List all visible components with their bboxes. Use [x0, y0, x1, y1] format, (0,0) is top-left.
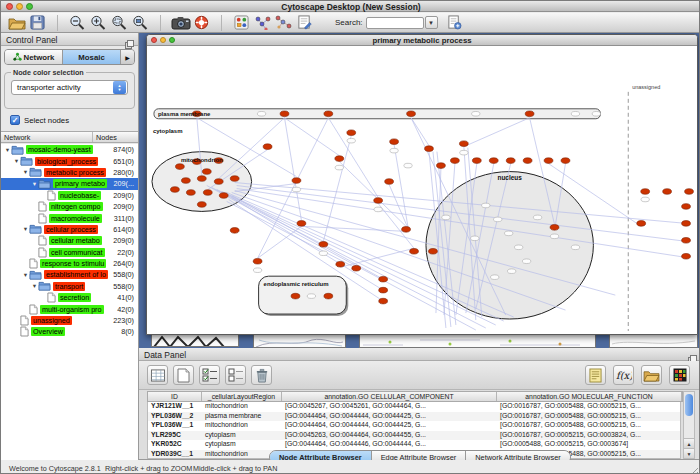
network-window-titlebar[interactable]: primary metabolic process — [147, 35, 697, 46]
network-node[interactable] — [219, 193, 228, 199]
tree-row-cell-communicat[interactable]: cell communicat22(0) — [1, 247, 138, 258]
tab-mosaic[interactable]: Mosaic — [63, 50, 121, 64]
tree-row-establishment-of-lo[interactable]: ▼establishment of lo558(0) — [1, 269, 138, 280]
network-node[interactable] — [230, 228, 239, 234]
network-node[interactable] — [352, 265, 361, 271]
network-node[interactable] — [561, 158, 570, 164]
network-node[interactable] — [544, 158, 553, 164]
network-node[interactable] — [171, 187, 180, 193]
table-row[interactable]: YPL036W__1mitochondrion[GO:0044464, GO:0… — [148, 421, 680, 431]
expander-icon[interactable]: ▼ — [4, 147, 11, 153]
tree-row-response-to-stimulu[interactable]: response to stimulu264(0) — [1, 258, 138, 269]
network-node[interactable] — [682, 204, 691, 210]
network-node[interactable] — [459, 141, 468, 147]
network-node[interactable] — [450, 158, 459, 164]
tree-row-metabolic-process[interactable]: ▼metabolic process280(0) — [1, 167, 138, 178]
float-panel-icon[interactable] — [125, 35, 134, 44]
network-node[interactable] — [437, 163, 446, 169]
scroll-down-button[interactable]: ▼ — [684, 448, 694, 458]
network-node[interactable] — [291, 293, 300, 299]
network-node[interactable] — [663, 189, 672, 195]
tree-row-overview[interactable]: Overview8(0) — [1, 326, 138, 337]
network-node[interactable] — [407, 111, 416, 117]
tree-row-nitrogen-compo[interactable]: nitrogen compo209(0) — [1, 201, 138, 212]
tree-row-cellular-metabo[interactable]: cellular metabo209(0) — [1, 235, 138, 246]
tree-row-unassigned[interactable]: unassigned223(0) — [1, 315, 138, 326]
network-node[interactable] — [324, 111, 333, 117]
network-node[interactable] — [379, 287, 388, 293]
search-input[interactable] — [366, 17, 424, 29]
expander-icon[interactable]: ▼ — [13, 158, 20, 164]
network-node[interactable] — [347, 130, 356, 136]
expander-icon[interactable]: ▼ — [22, 272, 29, 278]
expander-icon[interactable]: ▼ — [22, 169, 29, 175]
column-header-molecular-function[interactable]: annotation.GO MOLECULAR_FUNCTION — [497, 392, 682, 401]
expander-icon[interactable]: ▼ — [31, 283, 38, 289]
network-node[interactable] — [230, 176, 239, 182]
function-builder-icon[interactable]: f(x) — [613, 365, 634, 385]
select-attributes-icon[interactable] — [199, 365, 220, 385]
table-row[interactable]: YKR052Ccytoplasm[GO:0044464, GO:0044446,… — [148, 440, 680, 450]
snapshot-icon[interactable] — [170, 14, 191, 31]
tree-row-mosaic-demo-yeast[interactable]: ▼mosaic-demo-yeast874(0) — [1, 144, 138, 155]
column-header-cellular-component[interactable]: annotation.GO CELLULAR_COMPONENT — [282, 392, 497, 401]
zoom-selected-icon[interactable] — [109, 14, 130, 31]
table-row[interactable]: YLR295Ccytoplasm[GO:0045263, GO:0044464,… — [148, 431, 680, 441]
network-node[interactable] — [336, 261, 345, 267]
network-node[interactable] — [324, 293, 333, 299]
table-row[interactable]: YPL036W__2plasma membrane[GO:0044464, GO… — [148, 412, 680, 422]
tree-row-cellular-process[interactable]: ▼cellular process614(0) — [1, 224, 138, 235]
network-node[interactable] — [335, 156, 344, 162]
network-node[interactable] — [263, 144, 272, 150]
network-node[interactable] — [402, 227, 411, 233]
network-node[interactable] — [280, 111, 289, 117]
network-node[interactable] — [385, 179, 394, 185]
open-folder-icon[interactable] — [6, 14, 27, 31]
apply-layout-icon[interactable] — [252, 14, 273, 31]
search-dropdown-button[interactable]: ▼ — [425, 16, 438, 29]
network-node[interactable] — [379, 276, 388, 282]
background-window-fragment[interactable] — [609, 334, 698, 348]
network-node[interactable] — [410, 248, 419, 254]
network-node[interactable] — [685, 189, 694, 195]
expander-icon[interactable]: ▼ — [31, 181, 38, 187]
save-icon[interactable] — [27, 14, 48, 31]
import-document-icon[interactable] — [444, 14, 465, 31]
network-node[interactable] — [425, 146, 434, 152]
network-node[interactable] — [253, 258, 262, 264]
node-color-combobox[interactable]: transporter activity ▲▼ — [11, 80, 128, 95]
zoom-out-icon[interactable] — [67, 14, 88, 31]
background-window-fragment[interactable] — [253, 334, 346, 348]
network-node[interactable] — [682, 253, 691, 259]
network-node[interactable] — [682, 221, 691, 227]
network-node[interactable] — [429, 248, 438, 254]
network-node[interactable] — [525, 111, 534, 117]
network-node[interactable] — [186, 190, 195, 196]
tab-network[interactable]: Network — [5, 50, 63, 64]
unselect-attributes-icon[interactable] — [225, 365, 246, 385]
network-node[interactable] — [214, 179, 223, 185]
network-node[interactable] — [506, 158, 515, 164]
tree-row-primary-metabo[interactable]: ▼primary metabo209(... — [1, 178, 138, 189]
tree-row-macromolecule[interactable]: macromolecule311(0) — [1, 212, 138, 223]
network-node[interactable] — [550, 225, 559, 231]
scroll-up-button[interactable]: ▲ — [684, 438, 694, 448]
network-node[interactable] — [297, 221, 306, 227]
network-node[interactable] — [523, 158, 532, 164]
import-attributes-icon[interactable] — [641, 365, 662, 385]
tree-column-nodes[interactable]: Nodes — [93, 132, 120, 142]
network-node[interactable] — [682, 238, 691, 244]
tab-overflow-arrow[interactable]: ▶ — [121, 50, 134, 64]
expander-icon[interactable]: ▼ — [22, 226, 29, 232]
network-canvas[interactable]: plasma membranecytoplasmmitochondrionnuc… — [147, 46, 697, 334]
network-node[interactable] — [390, 139, 399, 145]
table-vertical-scrollbar[interactable]: ▲ ▼ — [683, 391, 695, 459]
network-node[interactable] — [181, 178, 190, 184]
tree-column-network[interactable]: Network — [1, 132, 93, 142]
network-node[interactable] — [202, 169, 211, 175]
tree-row-secretion[interactable]: secretion41(0) — [1, 292, 138, 303]
network-node[interactable] — [292, 178, 301, 184]
tree-row-transport[interactable]: ▼transport558(0) — [1, 281, 138, 292]
zoom-in-icon[interactable] — [88, 14, 109, 31]
network-node[interactable] — [319, 242, 328, 248]
